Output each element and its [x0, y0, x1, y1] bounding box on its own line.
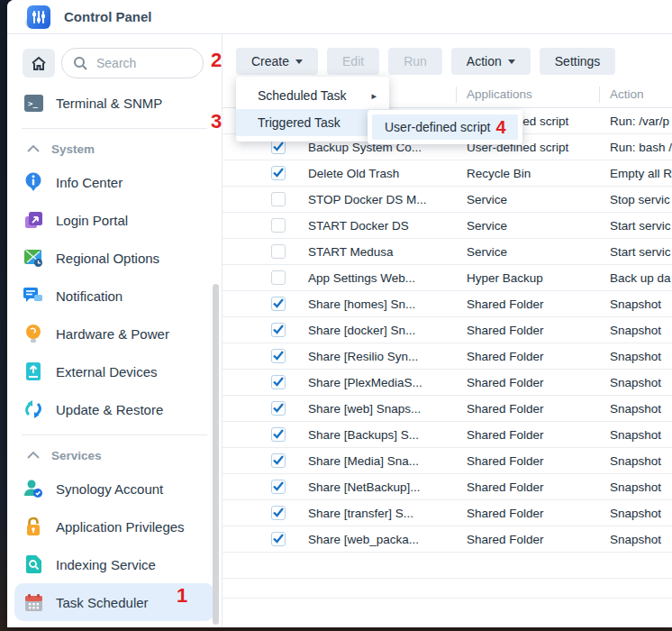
enabled-checkbox[interactable] [271, 192, 286, 206]
task-table: User-defined scriptRun: /var/pBackup Sys… [222, 108, 672, 599]
search-input[interactable] [95, 55, 185, 71]
info-center-icon [23, 172, 43, 192]
table-row[interactable]: Share [Backups] S...Shared FolderSnapsho… [222, 422, 672, 448]
create-button[interactable]: Create [236, 48, 318, 75]
action-cell: Run: /var/p [610, 114, 672, 128]
sidebar-item-label: Regional Options [56, 251, 159, 266]
regional-options-icon [23, 248, 43, 268]
sidebar: >_ Terminal & SNMP System Info Center Lo [7, 34, 222, 627]
checkbox-cell [222, 140, 308, 154]
applications-cell: Shared Folder [467, 402, 610, 416]
table-row[interactable]: START MedusaServiceStart servic [222, 239, 672, 265]
table-row[interactable]: Share [web_packa...Shared FolderSnapshot [222, 526, 672, 553]
menu-item-triggered-task[interactable]: Triggered Task▸ [236, 109, 389, 136]
home-icon [31, 56, 47, 71]
applications-cell: Shared Folder [467, 376, 610, 389]
table-row[interactable]: Share [Resilio Syn...Shared FolderSnapsh… [222, 343, 672, 370]
toolbar: Create Edit Run Action Settings [222, 34, 672, 75]
table-row[interactable]: Delete Old TrashRecycle BinEmpty all R [222, 160, 672, 187]
sidebar-scrollbar[interactable] [213, 284, 219, 625]
search-box[interactable] [61, 48, 204, 78]
table-row[interactable]: Share [web] Snaps...Shared FolderSnapsho… [222, 396, 672, 422]
empty-row [222, 579, 672, 599]
chevron-up-icon [27, 145, 40, 152]
enabled-checkbox[interactable] [271, 506, 286, 520]
home-button[interactable] [23, 49, 55, 78]
table-row[interactable]: START Docker DSServiceStart servic [222, 213, 672, 239]
settings-button[interactable]: Settings [540, 48, 616, 75]
sidebar-item-update-restore[interactable]: Update & Restore [7, 390, 222, 428]
enabled-checkbox[interactable] [271, 349, 286, 363]
run-button[interactable]: Run [388, 48, 442, 75]
create-menu: Scheduled Task▸ Triggered Task▸ [236, 77, 389, 142]
chevron-up-icon [27, 452, 40, 459]
table-row[interactable]: Share [homes] Sn...Shared FolderSnapshot [222, 291, 672, 317]
table-row[interactable]: Share [Media] Sna...Shared FolderSnapsho… [222, 448, 672, 474]
enabled-checkbox[interactable] [271, 270, 286, 285]
enabled-checkbox[interactable] [271, 244, 286, 259]
checkbox-cell [222, 297, 308, 311]
action-cell: Snapshot [610, 454, 672, 468]
task-name-cell: Share [transfer] S... [308, 507, 467, 520]
sidebar-item-label: Synology Account [56, 481, 163, 497]
sidebar-item-external-devices[interactable]: External Devices [7, 352, 222, 390]
checkbox-cell [222, 218, 308, 233]
sidebar-item-label: Update & Restore [56, 402, 163, 417]
enabled-checkbox[interactable] [271, 453, 286, 468]
task-scheduler-icon [23, 592, 43, 612]
sidebar-item-synology-account[interactable]: Synology Account [7, 470, 222, 508]
section-services[interactable]: Services [7, 441, 222, 470]
action-cell: Back up da [610, 271, 672, 285]
table-row[interactable]: STOP Docker DS M...ServiceStop servic [222, 187, 672, 213]
enabled-checkbox[interactable] [271, 427, 286, 442]
task-name-cell: Share [homes] Sn... [308, 297, 467, 311]
enabled-checkbox[interactable] [271, 480, 286, 494]
enabled-checkbox[interactable] [271, 375, 286, 389]
action-button[interactable]: Action [451, 48, 531, 75]
action-cell: Start servic [610, 245, 672, 259]
sidebar-item-label: Terminal & SNMP [56, 96, 162, 111]
enabled-checkbox[interactable] [271, 140, 286, 154]
search-icon [73, 56, 88, 71]
section-system[interactable]: System [7, 134, 222, 163]
sidebar-item-application-privileges[interactable]: Application Privileges [7, 508, 222, 545]
control-panel-window: Control Panel [7, 0, 672, 627]
action-cell: Snapshot [610, 297, 672, 311]
sidebar-divider [7, 428, 222, 441]
enabled-checkbox[interactable] [271, 166, 286, 180]
column-header-action[interactable]: Action [610, 87, 644, 101]
table-row[interactable]: Share [PlexMediaS...Shared FolderSnapsho… [222, 370, 672, 396]
sidebar-item-info-center[interactable]: Info Center [7, 163, 222, 201]
caret-down-icon [295, 59, 303, 64]
task-name-cell: Delete Old Trash [308, 167, 467, 180]
enabled-checkbox[interactable] [271, 218, 286, 233]
sidebar-item-label: Notification [56, 288, 123, 304]
sidebar-item-login-portal[interactable]: Login Portal [7, 201, 222, 239]
enabled-checkbox[interactable] [271, 401, 286, 416]
sidebar-item-indexing-service[interactable]: Indexing Service [7, 545, 222, 583]
table-row[interactable]: Share [NetBackup]...Shared FolderSnapsho… [222, 474, 672, 500]
sidebar-item-hardware-power[interactable]: Hardware & Power [7, 315, 222, 352]
svg-text:>_: >_ [28, 99, 38, 108]
applications-cell: Service [467, 245, 610, 259]
sidebar-divider [7, 122, 222, 134]
sidebar-item-terminal-snmp[interactable]: >_ Terminal & SNMP [7, 84, 222, 122]
table-row[interactable]: App Settings Web...Hyper BackupBack up d… [222, 265, 672, 291]
sidebar-item-regional-options[interactable]: Regional Options [7, 239, 222, 277]
column-header-applications[interactable]: Applications [467, 87, 532, 101]
sidebar-item-label: Login Portal [56, 213, 128, 228]
enabled-checkbox[interactable] [271, 323, 286, 337]
checkbox-cell [222, 532, 308, 546]
menu-item-scheduled-task[interactable]: Scheduled Task▸ [236, 82, 389, 109]
table-row[interactable]: Share [transfer] S...Shared FolderSnapsh… [222, 500, 672, 526]
applications-cell: Recycle Bin [467, 167, 610, 180]
action-cell: Run: bash / [610, 141, 672, 154]
edit-button[interactable]: Edit [327, 48, 379, 75]
menu-item-user-defined-script[interactable]: User-defined script 4 [372, 114, 518, 140]
enabled-checkbox[interactable] [271, 297, 286, 311]
task-name-cell: START Medusa [308, 245, 467, 259]
sidebar-item-notification[interactable]: Notification [7, 277, 222, 315]
caret-down-icon [508, 59, 515, 64]
table-row[interactable]: Share [docker] Sn...Shared FolderSnapsho… [222, 317, 672, 343]
enabled-checkbox[interactable] [271, 532, 286, 546]
